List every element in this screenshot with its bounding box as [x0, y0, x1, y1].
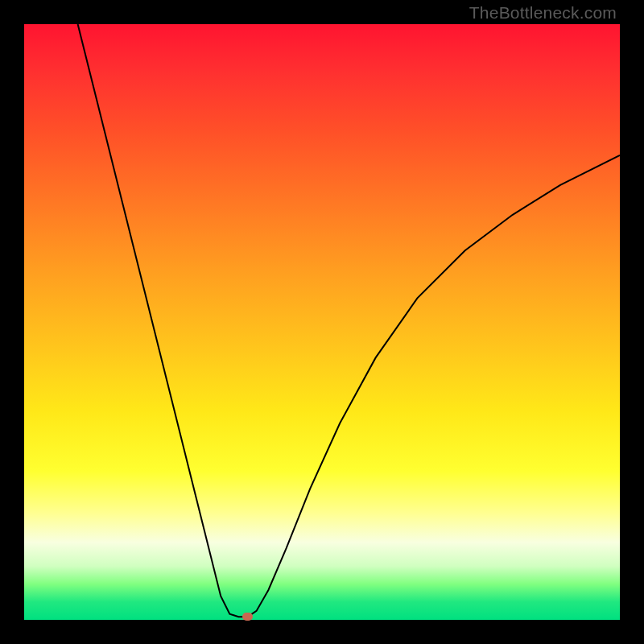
- chart-frame: TheBottleneck.com: [0, 0, 644, 644]
- optimal-point-marker: [242, 613, 253, 621]
- watermark: TheBottleneck.com: [469, 3, 617, 23]
- bottleneck-curve: [24, 24, 620, 620]
